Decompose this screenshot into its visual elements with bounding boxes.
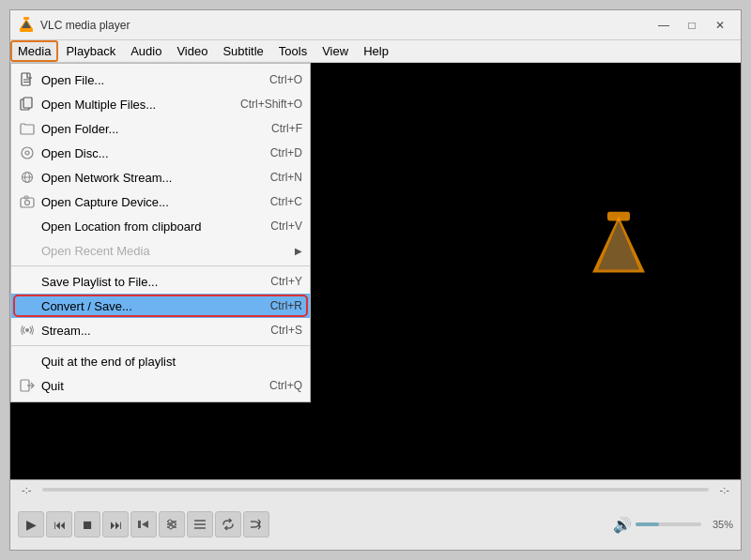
maximize-button[interactable]: □	[679, 15, 705, 36]
svg-point-17	[25, 328, 29, 332]
menu-quit[interactable]: Quit Ctrl+Q	[11, 373, 310, 398]
recent-icon	[19, 242, 36, 259]
quit-end-icon	[19, 353, 36, 370]
menu-open-network[interactable]: Open Network Stream... Ctrl+N	[11, 165, 310, 189]
svg-rect-3	[23, 17, 29, 20]
vlc-window: VLC media player — □ ✕ Media Playback Au…	[9, 9, 742, 551]
menu-quit-end[interactable]: Quit at the end of playlist	[11, 349, 310, 373]
disc-icon	[19, 144, 36, 161]
next-button[interactable]: ⏭	[102, 511, 129, 537]
menu-subtitle[interactable]: Subtitle	[215, 40, 270, 62]
separator-1	[11, 265, 310, 266]
svg-rect-23	[138, 521, 141, 528]
svg-rect-8	[23, 98, 32, 108]
menu-video[interactable]: Video	[169, 40, 215, 62]
progress-area: -:- -:-	[10, 480, 741, 499]
menu-stream[interactable]: Stream... Ctrl+S	[11, 318, 310, 342]
menu-open-capture[interactable]: Open Capture Device... Ctrl+C	[11, 189, 310, 214]
time-elapsed: -:-	[18, 484, 35, 495]
volume-label: 35%	[705, 519, 733, 530]
menu-playback[interactable]: Playback	[58, 40, 123, 62]
clipboard-icon	[19, 218, 36, 235]
prev-button[interactable]: ⏮	[46, 511, 72, 537]
controls-row: ▶ ⏮ ⏹ ⏭	[10, 499, 741, 550]
menu-save-playlist[interactable]: Save Playlist to File... Ctrl+Y	[11, 269, 310, 294]
network-icon	[19, 169, 36, 186]
controls-bar: -:- -:- ▶ ⏮ ⏹ ⏭	[10, 479, 741, 550]
seekbar[interactable]	[42, 488, 708, 492]
menu-open-disc[interactable]: Open Disc... Ctrl+D	[11, 141, 310, 165]
menu-open-location[interactable]: Open Location from clipboard Ctrl+V	[11, 214, 310, 238]
menu-open-multiple[interactable]: Open Multiple Files... Ctrl+Shift+O	[11, 92, 310, 116]
menu-open-recent[interactable]: Open Recent Media ▶	[11, 238, 310, 263]
frame-back-button[interactable]	[130, 511, 157, 537]
menu-audio[interactable]: Audio	[123, 40, 169, 62]
svg-marker-21	[598, 220, 639, 269]
svg-point-9	[22, 147, 33, 159]
svg-point-30	[169, 525, 173, 529]
titlebar: VLC media player — □ ✕	[10, 10, 741, 40]
volume-slider[interactable]	[636, 522, 701, 526]
window-title: VLC media player	[40, 19, 651, 32]
folder-icon	[19, 120, 36, 137]
file-icon	[19, 71, 36, 88]
svg-point-10	[25, 151, 29, 155]
shuffle-button[interactable]	[243, 511, 269, 537]
svg-marker-24	[142, 521, 148, 528]
stream-icon	[19, 322, 36, 339]
capture-icon	[19, 193, 36, 210]
close-button[interactable]: ✕	[707, 15, 733, 36]
play-button[interactable]: ▶	[18, 511, 44, 537]
save-icon	[19, 273, 36, 290]
menu-help[interactable]: Help	[356, 40, 396, 62]
menu-open-folder[interactable]: Open Folder... Ctrl+F	[11, 116, 310, 141]
menu-tools[interactable]: Tools	[271, 40, 314, 62]
volume-fill	[636, 522, 659, 526]
menu-convert-save[interactable]: Convert / Save... Ctrl+R	[11, 294, 310, 318]
playlist-button[interactable]	[187, 511, 213, 537]
loop-button[interactable]	[215, 511, 241, 537]
stop-button[interactable]: ⏹	[74, 511, 100, 537]
quit-icon	[19, 377, 36, 394]
menu-media[interactable]: Media	[10, 40, 58, 62]
svg-rect-22	[607, 211, 630, 220]
separator-2	[11, 345, 310, 346]
multi-file-icon	[19, 96, 36, 113]
volume-icon[interactable]: 🔊	[613, 516, 632, 534]
menu-view[interactable]: View	[314, 40, 356, 62]
menubar: Media Playback Audio Video Subtitle Tool…	[10, 40, 741, 63]
minimize-button[interactable]: —	[651, 15, 677, 36]
app-icon	[18, 17, 35, 34]
svg-point-28	[168, 520, 172, 523]
convert-icon	[19, 297, 36, 314]
time-total: -:-	[716, 484, 733, 495]
volume-area: 🔊 35%	[613, 516, 733, 534]
eq-button[interactable]	[159, 511, 185, 537]
svg-point-15	[25, 201, 30, 205]
window-controls: — □ ✕	[651, 15, 733, 36]
media-dropdown: Open File... Ctrl+O Open Multiple Files.…	[10, 63, 311, 402]
menu-open-file[interactable]: Open File... Ctrl+O	[11, 68, 310, 92]
